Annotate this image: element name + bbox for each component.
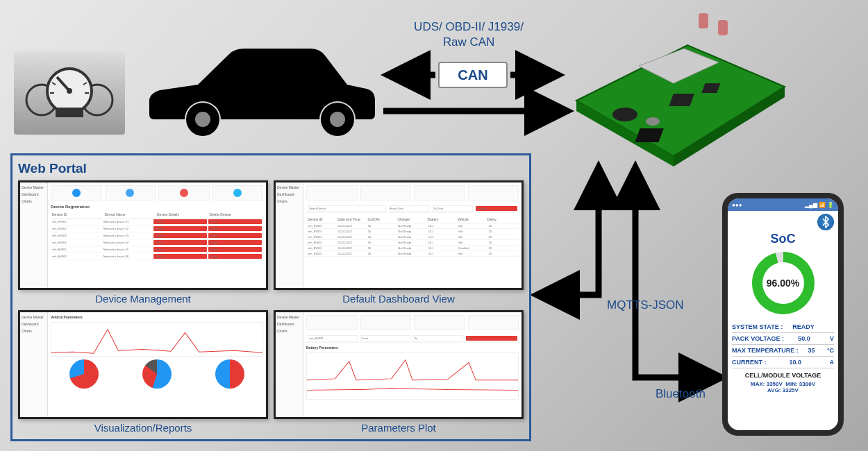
- caption-device-management: Device Management: [18, 293, 268, 305]
- svg-point-11: [195, 112, 210, 127]
- phone-stats: SYSTEM STATE :READY PACK VOLTAGE :50.0V …: [728, 320, 838, 370]
- stat-max-temp: MAX TEMPERATURE :35°C: [732, 345, 834, 357]
- caption-dashboard: Default Dashboard View: [274, 293, 524, 305]
- caption-parameters: Parameters Plot: [274, 422, 524, 434]
- phone-mockup: ●●●▂▄▆ 📶 🔋 SoC 96.00% SYSTEM STATE :READ…: [722, 193, 844, 436]
- web-portal-panel: Web Portal Device MasterDashboardCharts …: [10, 153, 531, 441]
- panel-visualization: Device MasterDashboardCharts Vehicle Par…: [18, 310, 268, 434]
- bluetooth-label: Bluetooth: [656, 387, 706, 401]
- panel-dashboard: Device MasterDashboardCharts Select Devi…: [274, 180, 524, 305]
- cell-voltage-header: CELL/MODULE VOLTAGE: [728, 370, 838, 381]
- panel-parameters: Device MasterDashboardCharts veh_EV001Fr…: [274, 310, 524, 434]
- telematics-pcb-icon: [556, 3, 806, 177]
- stat-current: CURRENT :10.0A: [732, 357, 834, 368]
- protocol-line1: UDS/ OBD-II/ J1939/: [399, 19, 538, 35]
- svg-point-24: [646, 117, 660, 126]
- web-portal-title: Web Portal: [18, 161, 524, 176]
- panel-device-management: Device MasterDashboardCharts Device Regi…: [18, 180, 268, 305]
- soc-title: SoC: [728, 232, 838, 246]
- svg-point-23: [612, 108, 637, 121]
- svg-rect-27: [635, 128, 663, 142]
- can-badge: CAN: [438, 62, 508, 88]
- svg-point-4: [67, 88, 72, 94]
- cell-voltage-avg: AVG: 3325V: [728, 387, 838, 393]
- phone-statusbar: ●●●▂▄▆ 📶 🔋: [728, 198, 838, 211]
- stat-system-state: SYSTEM STATE :READY: [732, 321, 834, 333]
- protocol-line2: Raw CAN: [399, 35, 538, 50]
- caption-visualization: Visualization/Reports: [18, 422, 268, 434]
- svg-rect-9: [56, 108, 83, 117]
- screenshot-dashboard: Device MasterDashboardCharts Select Devi…: [274, 180, 524, 290]
- mqtts-label: MQTTS-JSON: [607, 298, 684, 312]
- soc-ring: 96.00%: [752, 252, 815, 314]
- car-silhouette-icon: [139, 35, 382, 139]
- screenshot-visualization: Device MasterDashboardCharts Vehicle Par…: [18, 310, 268, 420]
- svg-rect-28: [699, 13, 708, 28]
- svg-rect-29: [718, 20, 728, 35]
- phone-screen: ●●●▂▄▆ 📶 🔋 SoC 96.00% SYSTEM STATE :READ…: [728, 198, 838, 430]
- screenshot-device-management: Device MasterDashboardCharts Device Regi…: [18, 180, 268, 290]
- soc-value: 96.00%: [767, 278, 799, 289]
- gauge-cluster-icon: [14, 51, 125, 135]
- protocol-labels: UDS/ OBD-II/ J1939/ Raw CAN: [399, 19, 538, 50]
- stat-pack-voltage: PACK VOLTAGE :50.0V: [732, 333, 834, 345]
- svg-point-13: [330, 112, 345, 127]
- screenshot-parameters: Device MasterDashboardCharts veh_EV001Fr…: [274, 310, 524, 420]
- cell-voltage-stats: MAX: 3350V MIN: 3300V: [728, 381, 838, 387]
- bluetooth-icon: [817, 214, 834, 230]
